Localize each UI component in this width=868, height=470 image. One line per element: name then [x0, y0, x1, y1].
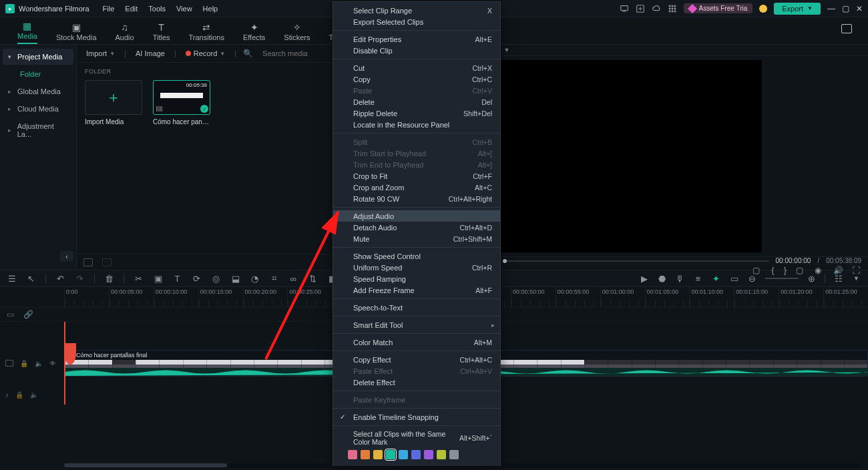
- ctx-crop-to-fit[interactable]: Crop to FitCtrl+F: [333, 170, 500, 182]
- preview-source-dropdown[interactable]: ▼: [499, 45, 514, 55]
- media-clip-card[interactable]: 00:05:38 ✓ Cómo hacer pantallas ...: [153, 80, 210, 126]
- delete-icon[interactable]: 🗑: [104, 274, 114, 284]
- module-tab-titles[interactable]: TTitles: [153, 23, 170, 44]
- module-tab-stickers[interactable]: ✧Stickers: [284, 23, 310, 44]
- window-minimize[interactable]: —: [827, 4, 835, 13]
- ctx-color-match[interactable]: Color MatchAlt+M: [333, 336, 500, 348]
- ctx-enable-timeline-snapping[interactable]: ✓Enable Timeline Snapping: [333, 411, 500, 423]
- import-media-card[interactable]: ＋ Import Media: [85, 80, 142, 126]
- zoom-out-icon[interactable]: ⊖: [747, 274, 757, 284]
- color-swatch[interactable]: [449, 450, 459, 459]
- ctx-uniform-speed[interactable]: Uniform SpeedCtrl+R: [333, 262, 500, 273]
- ctx-ripple-delete[interactable]: Ripple DeleteShift+Del: [333, 107, 500, 119]
- ctx-rotate-90-cw[interactable]: Rotate 90 CWCtrl+Alt+Right: [333, 193, 500, 204]
- menu-edit[interactable]: Edit: [125, 5, 138, 13]
- keyframe-down-icon[interactable]: ⬓: [230, 274, 240, 284]
- ctx-copy[interactable]: CopyCtrl+C: [333, 73, 500, 85]
- color-swatch[interactable]: [399, 450, 408, 459]
- adjust-icon[interactable]: ⇅: [308, 274, 318, 284]
- ctx-add-freeze-frame[interactable]: Add Freeze FrameAlt+F: [333, 284, 500, 296]
- marker-icon[interactable]: ⬣: [657, 274, 667, 284]
- color-swatch[interactable]: [437, 450, 446, 459]
- crop-icon[interactable]: ▣: [153, 274, 163, 284]
- module-tab-audio[interactable]: ♫Audio: [116, 23, 134, 44]
- ctx-copy-effect[interactable]: Copy EffectCtrl+Alt+C: [333, 354, 500, 365]
- color-swatch[interactable]: [386, 450, 395, 459]
- menu-view[interactable]: View: [176, 5, 192, 13]
- color-swatch[interactable]: [424, 450, 433, 459]
- speed-icon[interactable]: ◔: [250, 274, 260, 284]
- color-swatch[interactable]: [373, 450, 383, 459]
- split-icon[interactable]: ✂: [134, 274, 144, 284]
- color-swatch[interactable]: [348, 450, 357, 459]
- color-swatch[interactable]: [411, 450, 421, 459]
- ctx-edit-properties[interactable]: Edit PropertiesAlt+E: [333, 33, 500, 45]
- redo-icon[interactable]: ↷: [75, 274, 85, 284]
- sidebar-global-media[interactable]: ▸Global Media: [3, 83, 73, 99]
- cloud-icon[interactable]: [652, 4, 661, 13]
- mic-icon[interactable]: 🎙: [675, 274, 685, 284]
- import-dropdown[interactable]: Import▼: [83, 49, 118, 57]
- ctx-select-clip-range[interactable]: Select Clip RangeX: [333, 5, 500, 16]
- visibility-icon[interactable]: 👁: [49, 360, 56, 367]
- module-tab-stock-media[interactable]: ▣Stock Media: [56, 23, 97, 44]
- ctx-adjust-audio[interactable]: Adjust Audio: [333, 210, 500, 222]
- ctx-delete-effect[interactable]: Delete Effect: [333, 377, 500, 388]
- mark-out-icon[interactable]: }: [784, 265, 787, 275]
- sidebar-project-media[interactable]: ▾Project Media: [3, 49, 73, 65]
- window-maximize[interactable]: ▢: [842, 4, 849, 13]
- sidebar-collapse[interactable]: ‹: [60, 251, 73, 262]
- tracking-icon[interactable]: ∞: [288, 274, 298, 284]
- new-bin-icon[interactable]: [102, 258, 112, 266]
- ctx-locate-in-the-resource-panel[interactable]: Locate in the Resource Panel: [333, 119, 500, 130]
- track-size-caret[interactable]: ▼: [851, 274, 861, 284]
- ctx-smart-edit-tool[interactable]: Smart Edit Tool: [333, 319, 500, 330]
- lock-icon[interactable]: 🔒: [20, 360, 28, 367]
- ctx-disable-clip[interactable]: Disable Clip: [333, 45, 500, 56]
- mark-in-icon[interactable]: {: [771, 265, 774, 275]
- scrub-bar[interactable]: [505, 260, 769, 262]
- sidebar-adjustment-layer[interactable]: ▸Adjustment La...: [3, 118, 73, 142]
- ai-image-button[interactable]: AI Image: [133, 49, 168, 57]
- ctx-speech-to-text[interactable]: Speech-to-Text: [333, 302, 500, 313]
- play-icon[interactable]: ▶: [639, 274, 649, 284]
- text-icon[interactable]: T: [172, 274, 182, 284]
- account-avatar[interactable]: [759, 5, 767, 13]
- motion-icon[interactable]: ◎: [211, 274, 221, 284]
- color-swatch[interactable]: [361, 450, 370, 459]
- mixer-icon[interactable]: ≡: [693, 274, 703, 284]
- zoom-slider[interactable]: [765, 278, 799, 279]
- assets-trial-button[interactable]: Assets Free Tria: [684, 3, 752, 13]
- menu-help[interactable]: Help: [203, 5, 218, 13]
- ctx-detach-audio[interactable]: Detach AudioCtrl+Alt+D: [333, 222, 500, 233]
- grid-apps-icon[interactable]: [668, 4, 677, 13]
- ctx-show-speed-control[interactable]: Show Speed Control: [333, 250, 500, 262]
- sidebar-cloud-media[interactable]: ▸Cloud Media: [3, 101, 73, 117]
- ctx-export-selected-clips[interactable]: Export Selected Clips: [333, 16, 500, 27]
- sliders-icon[interactable]: ☰: [7, 274, 17, 284]
- device-icon[interactable]: [620, 4, 629, 13]
- undo-icon[interactable]: ↶: [55, 274, 65, 284]
- focus-icon[interactable]: ⌗: [269, 274, 279, 284]
- module-tab-effects[interactable]: ✦Effects: [243, 23, 265, 44]
- aspect-ratio-icon[interactable]: [841, 24, 852, 33]
- sidebar-folder[interactable]: Folder: [3, 66, 73, 82]
- zoom-in-icon[interactable]: ⊕: [807, 274, 817, 284]
- search-input[interactable]: [262, 49, 324, 57]
- menu-file[interactable]: File: [103, 5, 115, 13]
- menu-tools[interactable]: Tools: [148, 5, 166, 13]
- export-button[interactable]: Export▼: [774, 3, 821, 15]
- mute-track-icon[interactable]: 🔈: [30, 391, 38, 399]
- module-tab-media[interactable]: ▦Media: [17, 21, 37, 44]
- render-icon[interactable]: ▭: [729, 274, 739, 284]
- ctx-delete[interactable]: DeleteDel: [333, 96, 500, 107]
- global-lock-icon[interactable]: ▭: [7, 310, 14, 319]
- record-dropdown[interactable]: Record▼: [183, 49, 228, 57]
- lock-icon[interactable]: 🔒: [15, 391, 23, 399]
- save-snapshot-icon[interactable]: [636, 4, 645, 13]
- link-audio-icon[interactable]: 🔗: [23, 310, 33, 319]
- rotate-speed-icon[interactable]: ⟳: [192, 274, 202, 284]
- playhead[interactable]: [64, 343, 76, 365]
- mute-track-icon[interactable]: 🔈: [35, 360, 43, 367]
- ctx-cut[interactable]: CutCtrl+X: [333, 62, 500, 73]
